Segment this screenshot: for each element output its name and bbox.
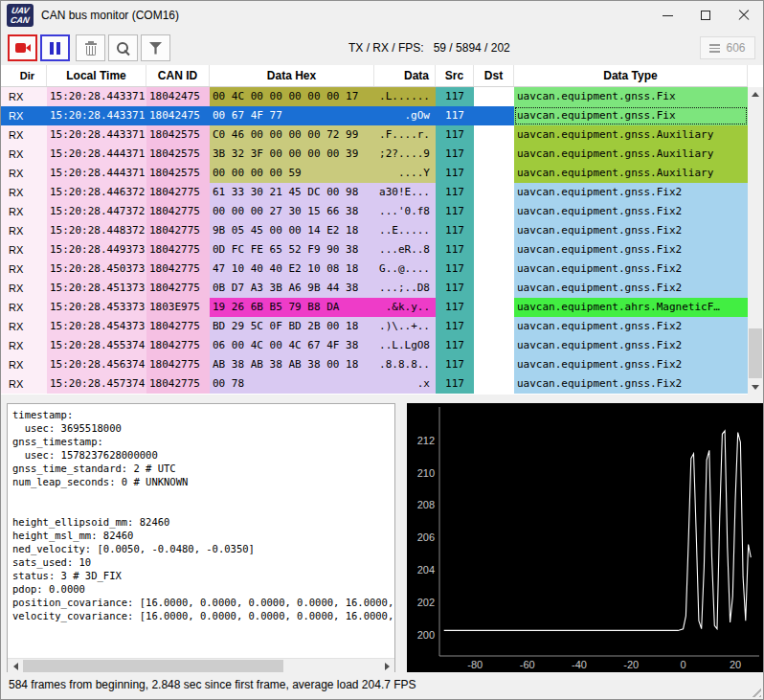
cell-src: 117 <box>436 125 474 145</box>
cell-hex: 3B 32 3F 00 00 00 00 39 <box>210 145 374 164</box>
cell-ascii: .gOw <box>374 106 436 125</box>
cell-time: 15:20:28.444371 <box>47 145 146 164</box>
cell-ascii: .x <box>374 374 436 394</box>
cell-dst <box>474 355 514 374</box>
cell-dst <box>474 298 514 317</box>
table-row[interactable]: RX15:20:28.4473721804277500 00 00 27 30 … <box>1 202 748 221</box>
table-row[interactable]: RX15:20:28.4443711804257500 00 00 00 59.… <box>1 164 748 183</box>
column-header-type[interactable]: Data Type <box>514 65 748 86</box>
table-row[interactable]: RX15:20:28.4573741804277500 78.x117uavca… <box>1 374 748 394</box>
close-button[interactable] <box>725 1 763 30</box>
table-row[interactable]: RX15:20:28.4433711804247500 4C 00 00 00 … <box>1 87 748 106</box>
scroll-up-button[interactable] <box>748 87 763 102</box>
decoded-message-panel: timestamp: usec: 3695518000 gnss_timesta… <box>7 403 395 674</box>
cell-time: 15:20:28.453373 <box>47 298 146 317</box>
column-header-dst[interactable]: Dst <box>474 65 514 86</box>
table-row[interactable]: RX15:20:28.444371180425753B 32 3F 00 00 … <box>1 145 748 164</box>
cell-type: uavcan.equipment.gnss.Fix2 <box>514 221 748 240</box>
column-header-hex[interactable]: Data Hex <box>210 65 374 86</box>
table-row[interactable]: RX15:20:28.451373180427750B D7 A3 3B A6 … <box>1 279 748 298</box>
cell-hex: 61 33 30 21 45 DC 00 98 <box>210 183 374 202</box>
vertical-scroll-thumb[interactable] <box>749 328 762 378</box>
table-header-row: DirLocal TimeCAN IDData HexData ASCIISrc… <box>1 65 748 87</box>
cell-type: uavcan.equipment.gnss.Auxiliary <box>514 125 748 145</box>
clear-button[interactable] <box>76 34 105 61</box>
queue-count-button[interactable]: 606 <box>700 36 755 59</box>
cell-hex: C0 46 00 00 00 00 72 99 <box>210 125 374 145</box>
table-row[interactable]: RX15:20:28.4463721804277561 33 30 21 45 … <box>1 183 748 202</box>
cell-hex: AB 38 AB 38 AB 38 00 18 <box>210 355 374 374</box>
svg-text:206: 206 <box>417 531 435 543</box>
cell-type: uavcan.equipment.ahrs.MagneticF… <box>514 298 748 317</box>
cell-type: uavcan.equipment.gnss.Fix2 <box>514 240 748 260</box>
cell-canid: 18042475 <box>146 106 210 125</box>
cell-dir: RX <box>1 221 47 240</box>
cell-dir: RX <box>1 87 47 106</box>
resize-grip[interactable] <box>749 685 761 697</box>
pause-button[interactable] <box>40 34 70 61</box>
horizontal-scroll-thumb[interactable] <box>23 660 283 673</box>
list-icon <box>709 44 720 53</box>
record-button[interactable] <box>8 34 37 61</box>
cell-ascii: a30!E... <box>374 183 436 202</box>
minimize-button[interactable] <box>648 1 686 30</box>
cell-dst <box>474 87 514 106</box>
cell-ascii: .F....r. <box>374 125 436 145</box>
column-header-time[interactable]: Local Time <box>47 65 146 86</box>
table-row[interactable]: RX15:20:28.4553741804277506 00 4C 00 4C … <box>1 336 748 355</box>
plot-panel[interactable]: 200202204206208210212-80-60-40-20020 <box>407 403 763 674</box>
trash-icon <box>85 41 97 56</box>
table-row[interactable]: RX15:20:28.4503731804277547 10 40 40 E2 … <box>1 260 748 279</box>
cell-dst <box>474 125 514 145</box>
title-bar[interactable]: UAV CAN CAN bus monitor (COM16) <box>1 1 763 30</box>
table-row[interactable]: RX15:20:28.448372180427759B 05 45 00 00 … <box>1 221 748 240</box>
cell-dir: RX <box>1 279 47 298</box>
cell-time: 15:20:28.456374 <box>47 355 146 374</box>
cell-src: 117 <box>436 164 474 183</box>
svg-text:-20: -20 <box>623 659 639 670</box>
table-row[interactable]: RX15:20:28.45437318042775BD 29 5C 0F BD … <box>1 317 748 336</box>
cell-ascii: ..E..... <box>374 221 436 240</box>
svg-text:210: 210 <box>417 467 435 479</box>
cell-ascii: ;2?....9 <box>374 145 436 164</box>
cell-src: 117 <box>436 221 474 240</box>
logo-text-bottom: CAN <box>10 15 30 25</box>
column-header-dir[interactable]: Dir <box>1 65 47 86</box>
table-row[interactable]: RX15:20:28.4533731803E97519 26 6B B5 79 … <box>1 298 748 317</box>
table-row[interactable]: RX15:20:28.449373180427750D FC FE 65 52 … <box>1 240 748 260</box>
search-button[interactable] <box>108 34 138 61</box>
maximize-button[interactable] <box>686 1 725 30</box>
column-header-ascii[interactable]: Data ASCII <box>374 65 436 86</box>
cell-src: 117 <box>436 240 474 260</box>
cell-time: 15:20:28.443371 <box>47 87 146 106</box>
cell-ascii: .L...... <box>374 87 436 106</box>
scroll-down-button[interactable] <box>748 379 763 395</box>
filter-button[interactable] <box>141 34 170 61</box>
cell-dir: RX <box>1 260 47 279</box>
traffic-stats-value: 59 / 5894 / 202 <box>434 41 510 55</box>
table-row[interactable]: RX15:20:28.44337118042575C0 46 00 00 00 … <box>1 125 748 145</box>
column-header-canid[interactable]: CAN ID <box>146 65 210 86</box>
cell-dir: RX <box>1 106 47 125</box>
close-icon <box>738 10 750 21</box>
cell-time: 15:20:28.454373 <box>47 317 146 336</box>
cell-dir: RX <box>1 145 47 164</box>
cell-hex: 06 00 4C 00 4C 67 4F 38 <box>210 336 374 355</box>
cell-canid: 1803E975 <box>146 298 210 317</box>
cell-dir: RX <box>1 317 47 336</box>
cell-src: 117 <box>436 183 474 202</box>
frame-table-body: RX15:20:28.4433711804247500 4C 00 00 00 … <box>1 87 763 394</box>
cell-time: 15:20:28.443371 <box>47 125 146 145</box>
cell-type: uavcan.equipment.gnss.Fix2 <box>514 183 748 202</box>
decoded-horizontal-scrollbar[interactable] <box>8 658 394 673</box>
cell-dir: RX <box>1 355 47 374</box>
cell-dir: RX <box>1 202 47 221</box>
traffic-stats-label: TX / RX / FPS: <box>348 41 424 55</box>
svg-text:212: 212 <box>417 435 435 446</box>
table-row[interactable]: RX15:20:28.4433711804247500 67 4F 77.gOw… <box>1 106 748 125</box>
column-header-src[interactable]: Src <box>436 65 474 86</box>
svg-text:20: 20 <box>730 659 741 670</box>
table-vertical-scrollbar[interactable] <box>748 87 763 395</box>
table-row[interactable]: RX15:20:28.45637418042775AB 38 AB 38 AB … <box>1 355 748 374</box>
arrow-right-icon <box>385 663 390 670</box>
